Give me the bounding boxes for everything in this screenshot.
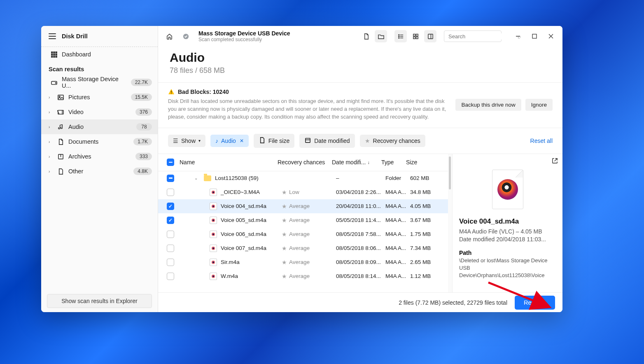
close-button[interactable] bbox=[544, 30, 558, 42]
sidebar-section-title: Scan results bbox=[41, 62, 158, 75]
col-name[interactable]: Name bbox=[178, 159, 278, 166]
folder-icon[interactable] bbox=[375, 30, 387, 42]
col-recovery[interactable]: Recovery chances bbox=[278, 159, 332, 166]
chevron-down-icon[interactable]: ⌄ bbox=[194, 176, 200, 180]
table-row[interactable]: ⌄Lost1125038 (59) – Folder 602 MB bbox=[158, 171, 448, 185]
svg-rect-3 bbox=[51, 54, 52, 55]
open-external-icon[interactable] bbox=[551, 157, 558, 166]
star-icon: ★ bbox=[282, 217, 287, 224]
sidebar-item-label: Video bbox=[68, 109, 131, 115]
sidebar-item-other[interactable]: › Other 4.8K bbox=[41, 164, 158, 179]
selection-summary: 2 files (7.72 MB) selected, 22729 files … bbox=[399, 299, 507, 306]
file-name: Voice 006_sd.m4a bbox=[221, 231, 266, 237]
remove-filter-icon[interactable]: ✕ bbox=[240, 138, 244, 144]
show-filter[interactable]: ☰ Show ▾ bbox=[168, 135, 205, 147]
sidebar-item-archives[interactable]: › Archives 333 bbox=[41, 149, 158, 164]
list-view-icon[interactable] bbox=[394, 30, 407, 42]
preview-path: \Deleted or lost\Mass Storage Device USB… bbox=[459, 257, 556, 280]
sidebar-count: 78 bbox=[136, 123, 152, 131]
file-name: W.m4a bbox=[221, 273, 238, 279]
recover-button[interactable]: Recover bbox=[515, 296, 555, 310]
table-row[interactable]: Voice 006_sd.m4a ★Average 08/05/2018 7:5… bbox=[158, 227, 448, 241]
sidebar-item-audio[interactable]: › Audio 78 bbox=[41, 119, 158, 134]
sort-down-icon: ↓ bbox=[367, 160, 370, 165]
svg-point-23 bbox=[398, 37, 399, 38]
chevron-right-icon: › bbox=[49, 125, 53, 129]
file-size: 602 MB bbox=[410, 175, 443, 181]
svg-rect-5 bbox=[56, 54, 57, 55]
row-checkbox[interactable] bbox=[167, 273, 174, 280]
table-row[interactable]: W.m4a ★Average 08/05/2018 8:14... M4A A.… bbox=[158, 269, 448, 283]
sidebar-item-dashboard[interactable]: Dashboard bbox=[41, 47, 158, 62]
status-check-icon bbox=[180, 30, 192, 42]
recovery-chance: ★Average bbox=[282, 217, 336, 224]
file-icon[interactable] bbox=[360, 30, 372, 42]
sidebar-item-pictures[interactable]: › Pictures 15.5K bbox=[41, 90, 158, 105]
audio-filter-chip[interactable]: ♪ Audio ✕ bbox=[210, 135, 249, 147]
panel-toggle-icon[interactable] bbox=[424, 30, 436, 42]
preview-path-label: Path bbox=[459, 250, 556, 256]
row-checkbox[interactable] bbox=[167, 189, 174, 196]
file-type: M4A A... bbox=[385, 231, 410, 237]
search-field[interactable] bbox=[448, 33, 518, 40]
sidebar-item-documents[interactable]: › Documents 1.7K bbox=[41, 134, 158, 149]
reset-all-link[interactable]: Reset all bbox=[530, 138, 553, 144]
recovery-chance: ★Average bbox=[282, 231, 336, 238]
select-all-checkbox[interactable] bbox=[167, 159, 174, 166]
sidebar-count: 15.5K bbox=[131, 93, 152, 101]
file-name: Voice 004_sd.m4a bbox=[221, 203, 266, 209]
show-in-explorer-button[interactable]: Show scan results in Explorer bbox=[47, 294, 152, 308]
svg-rect-0 bbox=[51, 51, 52, 53]
file-size: 7.34 MB bbox=[410, 245, 443, 251]
grid-view-icon[interactable] bbox=[409, 30, 422, 42]
audio-disc-icon bbox=[497, 179, 518, 200]
sidebar-item-video[interactable]: › Video 376 bbox=[41, 105, 158, 119]
backup-button[interactable]: Backup this drive now bbox=[455, 99, 521, 111]
preview-meta-date: Date modified 20/04/2018 11:03... bbox=[459, 236, 556, 243]
svg-rect-35 bbox=[171, 91, 172, 93]
col-type[interactable]: Type bbox=[381, 159, 406, 166]
toolbar-subtitle: Scan completed successfully bbox=[198, 37, 290, 42]
row-checkbox[interactable] bbox=[167, 175, 174, 182]
col-size[interactable]: Size bbox=[406, 159, 443, 166]
date-modified: 08/05/2018 8:09... bbox=[336, 259, 385, 265]
table-row[interactable]: Voice 004_sd.m4a ★Average 20/04/2018 11:… bbox=[158, 199, 448, 213]
file-type: Folder bbox=[385, 175, 410, 181]
svg-rect-29 bbox=[428, 34, 432, 38]
date-filter[interactable]: Date modified bbox=[299, 134, 355, 148]
ignore-button[interactable]: Ignore bbox=[525, 99, 553, 111]
page-title: Audio bbox=[170, 51, 551, 65]
file-name: Voice 007_sd.m4a bbox=[221, 245, 266, 251]
file-size: 1.75 MB bbox=[410, 231, 443, 237]
filesize-filter[interactable]: File size bbox=[254, 134, 294, 148]
svg-rect-37 bbox=[306, 138, 310, 142]
minimize-button[interactable] bbox=[511, 30, 525, 42]
row-checkbox[interactable] bbox=[167, 259, 174, 266]
app-window: Disk Drill Dashboard Scan results Mass S… bbox=[41, 26, 562, 312]
maximize-button[interactable] bbox=[528, 30, 541, 42]
row-checkbox[interactable] bbox=[167, 217, 174, 224]
table-row[interactable]: Voice 005_sd.m4a ★Average 05/05/2018 11:… bbox=[158, 213, 448, 227]
search-input[interactable]: ⌕ bbox=[444, 30, 502, 42]
menu-icon[interactable] bbox=[49, 33, 56, 39]
table-row[interactable]: Voice 007_sd.m4a ★Average 08/05/2018 8:0… bbox=[158, 241, 448, 255]
chevron-right-icon: › bbox=[49, 169, 53, 174]
preview-thumbnail bbox=[492, 170, 523, 209]
chevron-down-icon: ▾ bbox=[198, 138, 201, 143]
table-scrollbar[interactable] bbox=[448, 154, 452, 292]
chevron-right-icon: › bbox=[49, 95, 53, 100]
sidebar-item-device[interactable]: Mass Storage Device U... 22.7K bbox=[41, 75, 158, 90]
home-icon[interactable] bbox=[163, 30, 175, 42]
file-size: 2.65 MB bbox=[410, 259, 443, 265]
row-checkbox[interactable] bbox=[167, 245, 174, 252]
row-checkbox[interactable] bbox=[167, 203, 174, 210]
table-row[interactable]: Sir.m4a ★Average 08/05/2018 8:09... M4A … bbox=[158, 255, 448, 269]
preview-filename: Voice 004_sd.m4a bbox=[459, 217, 556, 226]
row-checkbox[interactable] bbox=[167, 231, 174, 238]
file-type: M4A A... bbox=[385, 273, 410, 279]
file-size: 1.12 MB bbox=[410, 273, 443, 279]
recovery-filter[interactable]: ★ Recovery chances bbox=[360, 135, 425, 147]
table-row[interactable]: _OICE0~3.M4A ★Low 03/04/2018 2:26... M4A… bbox=[158, 185, 448, 199]
col-date[interactable]: Date modifi...↓ bbox=[332, 159, 381, 166]
chevron-right-icon: › bbox=[49, 154, 53, 159]
